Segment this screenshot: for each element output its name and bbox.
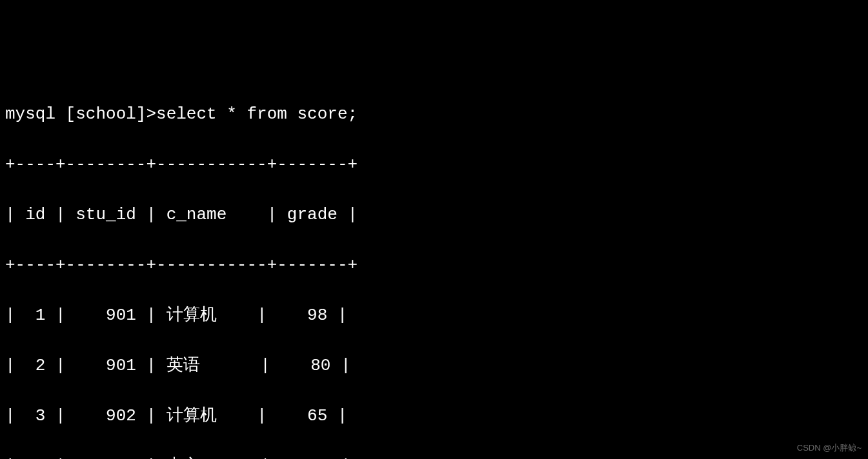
table-header-sep: +----+--------+-----------+-------+ bbox=[5, 253, 863, 278]
table-row: | 1 | 901 | 计算机 | 98 | bbox=[5, 303, 863, 328]
table-border-top: +----+--------+-----------+-------+ bbox=[5, 152, 863, 177]
table-header-row: | id | stu_id | c_name | grade | bbox=[5, 202, 863, 228]
watermark-text: CSDN @小胖鲸~ bbox=[797, 442, 862, 454]
table-row: | 4 | 902 | 中文 | 88 | bbox=[5, 454, 863, 459]
command-line[interactable]: mysql [school]>select * from score; bbox=[5, 102, 863, 127]
table-row: | 3 | 902 | 计算机 | 65 | bbox=[5, 404, 863, 429]
table-row: | 2 | 901 | 英语 | 80 | bbox=[5, 353, 863, 378]
sql-command: select * from score; bbox=[156, 104, 358, 124]
prompt-prefix: mysql [school]> bbox=[5, 104, 156, 124]
